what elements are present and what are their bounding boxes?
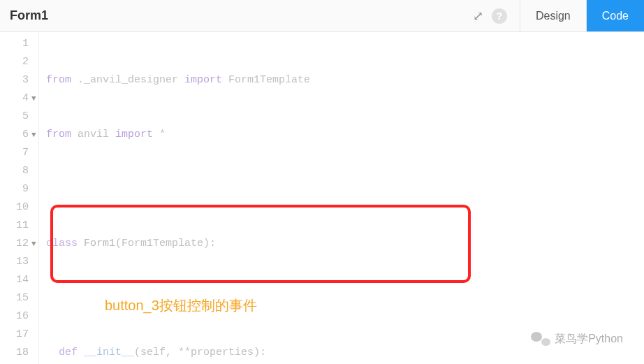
line-number: 5: [0, 108, 29, 126]
expand-icon[interactable]: ⤢: [473, 8, 483, 24]
line-number: 7: [0, 144, 29, 162]
line-number: 15: [0, 289, 29, 307]
code-line: [46, 180, 644, 198]
line-number: 6▼: [0, 126, 29, 144]
line-number: 9: [0, 180, 29, 198]
line-number: 16: [0, 307, 29, 326]
fold-icon[interactable]: ▼: [31, 126, 36, 144]
code-line: from anvil import *: [46, 126, 644, 144]
editor-header: Form1 ⤢ ? Design Code: [0, 0, 644, 32]
line-number: 14: [0, 271, 29, 289]
header-right: ⤢ ? Design Code: [473, 0, 644, 31]
help-icon[interactable]: ?: [492, 8, 507, 24]
line-number: 2: [0, 53, 29, 71]
watermark-text: 菜鸟学Python: [555, 332, 623, 347]
tab-design[interactable]: Design: [520, 0, 586, 31]
line-gutter: 1 2 3 4▼ 5 6▼ 7 8 9 10 11 12▼ 13 14 15 1…: [0, 32, 39, 364]
line-number: 8: [0, 162, 29, 180]
line-number: 3: [0, 71, 29, 89]
line-number: 12▼: [0, 235, 29, 253]
wechat-icon: [531, 330, 550, 347]
line-number: 18: [0, 344, 29, 362]
code-editor[interactable]: 1 2 3 4▼ 5 6▼ 7 8 9 10 11 12▼ 13 14 15 1…: [0, 32, 644, 364]
form-title: Form1: [10, 8, 48, 23]
watermark: 菜鸟学Python: [531, 330, 623, 347]
line-number: 4▼: [0, 89, 29, 108]
line-number: 11: [0, 217, 29, 235]
line-number: 10: [0, 198, 29, 217]
line-number: 17: [0, 326, 29, 344]
code-line: class Form1(Form1Template):: [46, 235, 644, 253]
annotation-text: button_3按钮控制的事件: [105, 296, 257, 315]
fold-icon[interactable]: ▼: [31, 89, 36, 108]
tab-code[interactable]: Code: [586, 0, 644, 31]
header-left: Form1: [0, 8, 48, 23]
code-line: from ._anvil_designer import Form1Templa…: [46, 71, 644, 89]
line-number: 13: [0, 253, 29, 271]
fold-icon[interactable]: ▼: [31, 235, 36, 253]
line-number: 1: [0, 35, 29, 53]
